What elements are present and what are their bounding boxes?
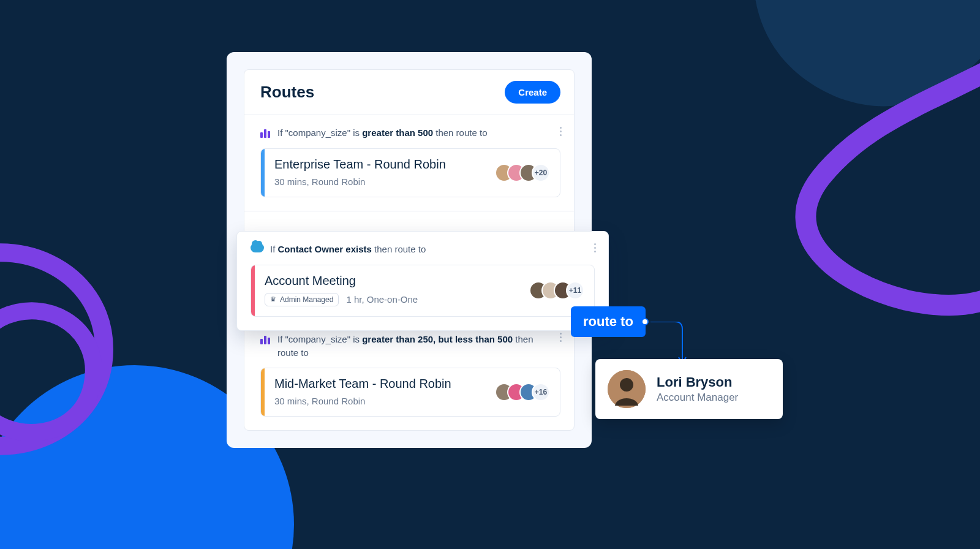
avatar-more: +11 — [566, 281, 584, 300]
cond-bold: greater than 250, but less than 500 — [362, 334, 513, 344]
cond-prefix: If "company_size" is — [277, 334, 362, 344]
cond-suffix: then route to — [433, 127, 487, 138]
cond-prefix: If — [270, 244, 278, 254]
routes-title: Routes — [260, 83, 314, 102]
routes-header: Routes Create — [244, 70, 574, 115]
cond-prefix: If "company_size" is — [277, 127, 362, 138]
route-condition-0: If "company_size" is greater than 500 th… — [260, 126, 560, 140]
event-subtitle: 30 mins, Round Robin — [274, 396, 365, 406]
avatar-more: +16 — [532, 383, 550, 401]
route-block-0[interactable]: If "company_size" is greater than 500 th… — [244, 115, 574, 211]
salesforce-icon — [251, 243, 264, 252]
avatar-stack: +16 — [495, 368, 560, 416]
decorative-curve-right — [686, 61, 980, 549]
avatar-stack: +20 — [495, 149, 560, 197]
route-to-pill: route to — [571, 306, 646, 337]
route-block-2[interactable]: If "company_size" is greater than 250, b… — [244, 321, 574, 431]
event-title: Mid-Market Team - Round Robin — [274, 377, 485, 391]
cond-bold: greater than 500 — [362, 127, 433, 138]
cond-bold: Contact Owner exists — [278, 244, 372, 254]
svg-point-2 — [620, 378, 633, 392]
event-subtitle: 30 mins, Round Robin — [274, 176, 365, 187]
person-role: Account Manager — [657, 392, 738, 404]
crown-icon: ♛ — [270, 295, 276, 303]
avatar-more: +20 — [532, 164, 550, 182]
decorative-purple-loop-left — [0, 233, 159, 490]
admin-managed-badge: ♛ Admin Managed — [265, 293, 339, 306]
event-title: Enterprise Team - Round Robin — [274, 157, 485, 172]
event-card-1[interactable]: Account Meeting ♛ Admin Managed 1 hr, On… — [251, 265, 595, 317]
admin-badge-label: Admin Managed — [280, 295, 333, 304]
more-menu-icon[interactable] — [589, 240, 601, 255]
event-card-0[interactable]: Enterprise Team - Round Robin 30 mins, R… — [260, 148, 560, 197]
routes-panel: Routes Create If "company_size" is great… — [227, 52, 592, 448]
create-button[interactable]: Create — [505, 81, 560, 104]
person-avatar — [608, 370, 646, 408]
route-condition-2: If "company_size" is greater than 250, b… — [260, 333, 560, 360]
person-name: Lori Bryson — [657, 374, 738, 390]
route-condition-1: If Contact Owner exists then route to — [251, 243, 595, 256]
more-menu-icon[interactable] — [554, 124, 567, 138]
person-card[interactable]: Lori Bryson Account Manager — [595, 359, 783, 419]
route-block-1[interactable]: If Contact Owner exists then route to Ac… — [236, 231, 609, 331]
decorative-shape-top-right — [741, 0, 980, 221]
more-menu-icon[interactable] — [554, 330, 567, 345]
event-title: Account Meeting — [265, 274, 519, 288]
cond-suffix: then route to — [372, 244, 426, 254]
routes-card: Routes Create If "company_size" is great… — [244, 69, 575, 431]
bars-icon — [260, 333, 271, 344]
event-card-2[interactable]: Mid-Market Team - Round Robin 30 mins, R… — [260, 368, 560, 417]
bars-icon — [260, 127, 271, 138]
event-subtitle: 1 hr, One-on-One — [346, 294, 418, 305]
